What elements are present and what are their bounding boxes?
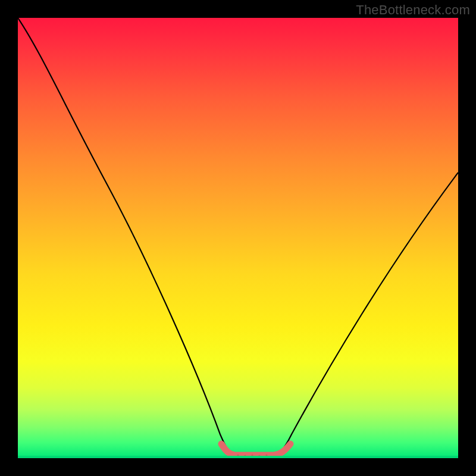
chart-frame: TheBottleneck.com bbox=[0, 0, 476, 476]
watermark-text: TheBottleneck.com bbox=[356, 2, 470, 18]
baseline-strip bbox=[18, 456, 458, 458]
trough-marker bbox=[221, 444, 290, 455]
v-curve-line bbox=[18, 18, 458, 456]
plot-area bbox=[18, 18, 458, 458]
curve-layer bbox=[18, 18, 458, 458]
